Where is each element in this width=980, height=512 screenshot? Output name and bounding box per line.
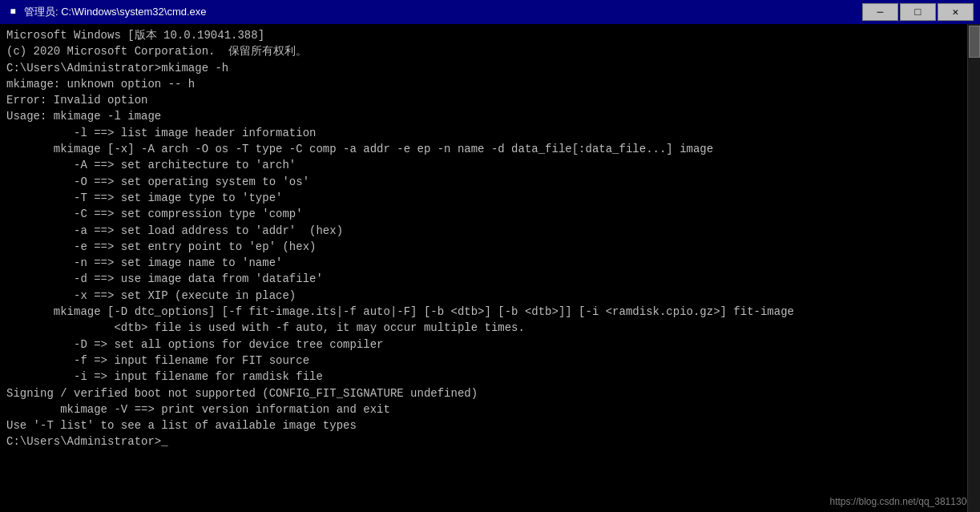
window-icon: ■ [6, 6, 19, 18]
console-line: -D => set all options for device tree co… [6, 337, 974, 353]
console-line: C:\Users\Administrator>mkimage -h [6, 60, 974, 76]
console-line: -a ==> set load address to 'addr' (hex) [6, 223, 974, 239]
console-line: -O ==> set operating system to 'os' [6, 174, 974, 190]
title-bar-controls: ─ □ ✕ [862, 3, 974, 21]
console-line: Microsoft Windows [版本 10.0.19041.388] [6, 27, 974, 43]
console-line: Usage: mkimage -l image [6, 108, 974, 124]
console-line: (c) 2020 Microsoft Corporation. 保留所有权利。 [6, 43, 974, 59]
console-line: -f => input filename for FIT source [6, 353, 974, 369]
title-bar: ■ 管理员: C:\Windows\system32\cmd.exe ─ □ ✕ [0, 0, 980, 24]
console-line: -e ==> set entry point to 'ep' (hex) [6, 239, 974, 255]
console-line: -T ==> set image type to 'type' [6, 190, 974, 206]
console-line: Error: Invalid option [6, 92, 974, 108]
scrollbar[interactable] [967, 24, 980, 512]
close-button[interactable]: ✕ [938, 3, 974, 21]
console-line: -C ==> set compression type 'comp' [6, 206, 974, 222]
console-output: Microsoft Windows [版本 10.0.19041.388](c)… [6, 27, 974, 450]
console-line: mkimage [-x] -A arch -O os -T type -C co… [6, 141, 974, 157]
console-line: Use '-T list' to see a list of available… [6, 417, 974, 433]
console-line: <dtb> file is used with -f auto, it may … [6, 320, 974, 336]
console-line: -A ==> set architecture to 'arch' [6, 157, 974, 173]
console-line: -i => input filename for ramdisk file [6, 369, 974, 385]
console-line: C:\Users\Administrator>_ [6, 433, 974, 450]
console-line: -l ==> list image header information [6, 125, 974, 141]
maximize-button[interactable]: □ [900, 3, 936, 21]
watermark: https://blog.csdn.net/qq_3811300 [830, 496, 972, 507]
minimize-button[interactable]: ─ [862, 3, 898, 21]
scrollbar-thumb[interactable] [969, 26, 980, 58]
console-line: mkimage: unknown option -- h [6, 76, 974, 92]
console-line: mkimage -V ==> print version information… [6, 401, 974, 417]
console-line: -d ==> use image data from 'datafile' [6, 271, 974, 287]
title-bar-text: 管理员: C:\Windows\system32\cmd.exe [24, 5, 862, 19]
console-line: -n ==> set image name to 'name' [6, 255, 974, 271]
console-line: Signing / verified boot not supported (C… [6, 385, 974, 401]
console-line: -x ==> set XIP (execute in place) [6, 288, 974, 304]
console-area: Microsoft Windows [版本 10.0.19041.388](c)… [0, 24, 980, 512]
console-line: mkimage [-D dtc_options] [-f fit-image.i… [6, 304, 974, 320]
